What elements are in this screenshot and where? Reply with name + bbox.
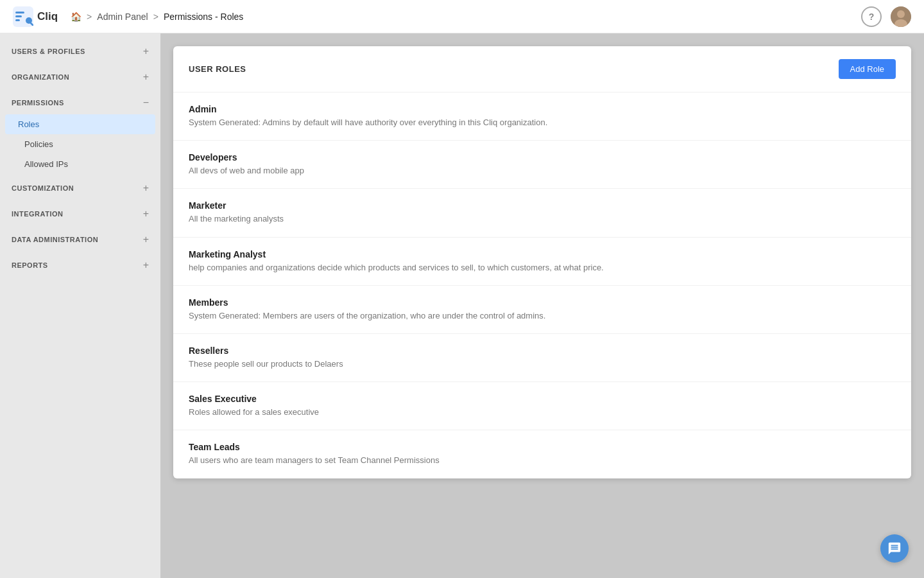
sidebar-section-header-reports[interactable]: REPORTS+: [0, 254, 160, 277]
sidebar-section-header-integration[interactable]: INTEGRATION+: [0, 202, 160, 225]
sidebar-section-header-users-profiles[interactable]: USERS & PROFILES+: [0, 40, 160, 63]
sidebar-section-toggle-integration[interactable]: +: [143, 209, 149, 219]
svg-rect-3: [15, 19, 20, 21]
svg-rect-2: [15, 15, 22, 17]
breadcrumb-admin[interactable]: Admin Panel: [97, 12, 148, 22]
role-description: All the marketing analysts: [189, 213, 896, 225]
role-name: Members: [189, 297, 896, 308]
sidebar-section-header-data-administration[interactable]: DATA ADMINISTRATION+: [0, 228, 160, 251]
role-name: Marketing Analyst: [189, 249, 896, 259]
role-description: System Generated: Admins by default will…: [189, 117, 896, 128]
add-role-button[interactable]: Add Role: [839, 59, 896, 79]
chat-bubble[interactable]: [880, 534, 909, 563]
help-icon[interactable]: ?: [861, 6, 882, 27]
role-name: Admin: [189, 104, 896, 114]
role-description: help companies and organizations decide …: [189, 262, 896, 274]
role-name: Resellers: [189, 346, 896, 356]
sidebar-section-title-customization: CUSTOMIZATION: [12, 184, 74, 192]
sidebar-section-title-permissions: PERMISSIONS: [12, 99, 64, 107]
svg-point-7: [897, 10, 905, 18]
sidebar-section-customization: CUSTOMIZATION+: [0, 177, 160, 200]
roles-panel: USER ROLES Add Role AdminSystem Generate…: [173, 46, 911, 478]
user-avatar[interactable]: [891, 6, 911, 27]
sidebar-section-title-reports: REPORTS: [12, 261, 48, 269]
sidebar-section-title-integration: INTEGRATION: [12, 210, 63, 218]
role-description: System Generated: Members are users of t…: [189, 310, 896, 322]
roles-panel-title: USER ROLES: [189, 64, 246, 74]
breadcrumb: 🏠 > Admin Panel > Permissions - Roles: [71, 12, 861, 22]
table-row[interactable]: Sales ExecutiveRoles allowed for a sales…: [173, 382, 911, 430]
table-row[interactable]: ResellersThese people sell our products …: [173, 334, 911, 382]
sidebar-item-policies[interactable]: Policies: [0, 134, 160, 154]
sidebar-section-title-organization: ORGANIZATION: [12, 73, 69, 81]
chat-icon: [887, 541, 902, 556]
role-name: Developers: [189, 152, 896, 162]
sidebar-section-title-data-administration: DATA ADMINISTRATION: [12, 236, 98, 243]
sidebar-section-toggle-customization[interactable]: +: [143, 183, 149, 193]
sidebar-section-permissions: PERMISSIONS−RolesPoliciesAllowed IPs: [0, 91, 160, 174]
role-description: Roles allowed for a sales executive: [189, 407, 896, 418]
cliq-logo-icon: [13, 6, 33, 27]
table-row[interactable]: Marketing Analysthelp companies and orga…: [173, 238, 911, 286]
role-description: All users who are team managers to set T…: [189, 455, 896, 466]
breadcrumb-current: Permissions - Roles: [164, 12, 243, 22]
sidebar-section-header-organization[interactable]: ORGANIZATION+: [0, 66, 160, 89]
table-row[interactable]: DevelopersAll devs of web and mobile app: [173, 141, 911, 189]
logo-text: Cliq: [37, 10, 58, 23]
sidebar-section-toggle-permissions[interactable]: −: [143, 98, 149, 108]
table-row[interactable]: MembersSystem Generated: Members are use…: [173, 286, 911, 334]
app-logo[interactable]: Cliq: [13, 6, 58, 27]
sidebar-section-toggle-users-profiles[interactable]: +: [143, 46, 149, 57]
main-layout: USERS & PROFILES+ORGANIZATION+PERMISSION…: [0, 33, 924, 578]
role-description: These people sell our products to Delaer…: [189, 358, 896, 370]
breadcrumb-separator: >: [87, 12, 92, 22]
svg-rect-1: [15, 12, 24, 13]
sidebar-item-roles[interactable]: Roles: [5, 114, 155, 134]
sidebar-section-header-customization[interactable]: CUSTOMIZATION+: [0, 177, 160, 200]
sidebar-section-users-profiles: USERS & PROFILES+: [0, 40, 160, 63]
table-row[interactable]: MarketerAll the marketing analysts: [173, 189, 911, 237]
roles-panel-header: USER ROLES Add Role: [173, 46, 911, 92]
sidebar-section-toggle-organization[interactable]: +: [143, 72, 149, 82]
sidebar: USERS & PROFILES+ORGANIZATION+PERMISSION…: [0, 33, 160, 578]
content-area: USER ROLES Add Role AdminSystem Generate…: [160, 33, 924, 578]
sidebar-section-toggle-data-administration[interactable]: +: [143, 234, 149, 245]
breadcrumb-separator2: >: [153, 12, 158, 22]
sidebar-section-title-users-profiles: USERS & PROFILES: [12, 48, 85, 55]
role-name: Team Leads: [189, 442, 896, 452]
role-description: All devs of web and mobile app: [189, 165, 896, 177]
sidebar-section-organization: ORGANIZATION+: [0, 66, 160, 89]
table-row[interactable]: AdminSystem Generated: Admins by default…: [173, 92, 911, 141]
sidebar-section-header-permissions[interactable]: PERMISSIONS−: [0, 91, 160, 114]
nav-actions: ?: [861, 6, 911, 27]
sidebar-section-toggle-reports[interactable]: +: [143, 260, 149, 270]
sidebar-section-data-administration: DATA ADMINISTRATION+: [0, 228, 160, 251]
home-icon[interactable]: 🏠: [71, 12, 81, 22]
sidebar-section-integration: INTEGRATION+: [0, 202, 160, 225]
roles-list: AdminSystem Generated: Admins by default…: [173, 92, 911, 478]
role-name: Sales Executive: [189, 394, 896, 404]
role-name: Marketer: [189, 200, 896, 211]
sidebar-section-reports: REPORTS+: [0, 254, 160, 277]
sidebar-item-allowed-ips[interactable]: Allowed IPs: [0, 154, 160, 174]
table-row[interactable]: Team LeadsAll users who are team manager…: [173, 430, 911, 478]
top-nav: Cliq 🏠 > Admin Panel > Permissions - Rol…: [0, 0, 924, 33]
